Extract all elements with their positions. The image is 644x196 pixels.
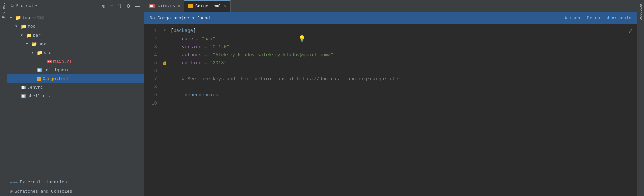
folder-icon-bax: 📁 (31, 41, 37, 47)
collapse-arrow-tmp: ▼ (10, 16, 15, 20)
bracket-close-1: ] (193, 27, 196, 35)
tree-path-tmp: ~/tmp (32, 15, 44, 20)
do-not-show-action[interactable]: Do not show again (587, 16, 631, 21)
collapse-arrow-src: ▼ (31, 51, 37, 55)
external-libraries-item[interactable]: ≡≡≡ External Libraries (7, 177, 144, 187)
rs-tab-icon: RS (149, 4, 155, 8)
project-dropdown[interactable]: 🗂 Project ▼ (10, 3, 37, 8)
gutter-4 (161, 51, 168, 59)
right-panel[interactable]: Database (637, 0, 644, 196)
toml-badge-cargo: 🔧 (37, 77, 41, 81)
tree-label-gitignore: .gitignore (43, 68, 70, 73)
key-name: name (182, 35, 193, 43)
sort-button[interactable]: ⇅ (116, 3, 123, 9)
tree-label-bar: bar (33, 33, 41, 38)
tree-item-bar[interactable]: ▼ 📁 bar (7, 31, 144, 40)
tree-item-foo[interactable]: ▼ 📁 foo (7, 22, 144, 31)
gutter-9 (161, 91, 168, 99)
code-line-6 (168, 67, 637, 75)
indent-5 (171, 59, 182, 67)
tree-item-gitignore[interactable]: ▶ 📄 .gitignore (7, 66, 144, 74)
tab-main-rs-label: main.rs (157, 3, 175, 8)
code-line-9: [dependencies] (168, 91, 637, 99)
code-line-8 (168, 83, 637, 91)
sidebar: 🗂 Project ▼ ⊕ ≡ ⇅ ⚙ — ▼ 📁 tmp ~/tmp ▼ 📁 … (7, 0, 144, 196)
folder-icon-src: 📁 (37, 50, 42, 56)
database-label: Database (638, 0, 644, 23)
code-line-4: authors = ["Aleksey Kladov <aleksey.klad… (168, 51, 637, 59)
file-badge-envrc: 📄 (21, 86, 26, 89)
tab-main-rs-close[interactable]: ✕ (177, 3, 181, 8)
tree-item-shell-nix[interactable]: ▶ 📄 shell.nix (7, 92, 144, 101)
tree-item-bax[interactable]: ▼ 📁 bax (7, 40, 144, 48)
eq-4: = (201, 51, 210, 59)
project-tab[interactable]: Project (0, 0, 7, 196)
editor-area: 1 2 3 4 5 6 7 8 9 10 ▼ 🔒 [package (144, 24, 637, 196)
tree-label-shell-nix: shell.nix (27, 94, 51, 99)
dropdown-arrow-icon: ▼ (35, 4, 37, 8)
tree-item-src[interactable]: ▼ 📁 src (7, 48, 144, 57)
folder-icon-bar: 📁 (26, 32, 32, 38)
folder-icon-tmp: 📁 (15, 15, 21, 21)
fold-icon-1[interactable]: ▼ (161, 27, 168, 35)
key-version: version (182, 43, 202, 51)
collapse-arrow-bar: ▼ (21, 34, 26, 37)
gutter-3 (161, 43, 168, 51)
tab-cargo-toml-close[interactable]: ✕ (223, 4, 227, 9)
add-button[interactable]: ⊕ (100, 3, 107, 9)
code-line-10 (168, 99, 637, 107)
main-area: RS main.rs ✕ 🔧 Cargo.toml ✕ No Cargo pro… (144, 0, 637, 196)
link-7[interactable]: https://doc.rust-lang.org/cargo/refer (297, 75, 401, 83)
indent-2 (171, 35, 182, 43)
bracket-open-9: [ (182, 91, 185, 99)
code-line-3: version = "0.1.0" (168, 43, 637, 51)
comment-7: # See more keys and their definitions at (182, 75, 297, 83)
file-badge-gitignore: 📄 (37, 68, 42, 72)
section-package: package (173, 27, 193, 35)
tree-item-main-rs[interactable]: ▶ RS main.rs (7, 57, 144, 66)
indent-4 (171, 51, 182, 59)
editor-gutter: ▼ 🔒 (161, 24, 168, 196)
project-tab-label: Project (1, 0, 7, 21)
check-icon: ✓ (628, 27, 633, 36)
tabs-bar: RS main.rs ✕ 🔧 Cargo.toml ✕ (144, 0, 637, 12)
tree-label-foo: foo (28, 24, 35, 29)
code-line-2: name = "bax" (168, 35, 637, 43)
line-numbers: 1 2 3 4 5 6 7 8 9 10 (144, 24, 161, 196)
val-name: "bax" (201, 35, 215, 43)
eq-5: = (201, 59, 210, 67)
project-label: Project (16, 3, 34, 8)
toml-tab-icon: 🔧 (188, 4, 193, 8)
collapse-arrow-foo: ▼ (15, 25, 21, 28)
external-libraries-label: External Libraries (20, 180, 67, 185)
val-version: "0.1.0" (210, 43, 230, 51)
lock-icon-5: 🔒 (161, 59, 168, 67)
tree-item-tmp[interactable]: ▼ 📁 tmp ~/tmp (7, 13, 144, 22)
indent-7 (171, 75, 182, 83)
attach-action[interactable]: Attach (565, 16, 580, 21)
notification-text: No Cargo projects found (150, 16, 558, 21)
eq-3: = (201, 43, 210, 51)
folder-icon: 🗂 (10, 3, 14, 8)
folder-icon-foo: 📁 (21, 24, 26, 29)
file-tree: ▼ 📁 tmp ~/tmp ▼ 📁 foo ▼ 📁 bar ▼ 📁 bax (7, 12, 144, 177)
section-deps: dependencies (185, 91, 218, 99)
tab-main-rs[interactable]: RS main.rs ✕ (146, 0, 184, 12)
minimize-button[interactable]: — (134, 3, 141, 9)
align-button[interactable]: ≡ (109, 3, 114, 9)
settings-button[interactable]: ⚙ (125, 3, 132, 9)
val-authors: ["Aleksey Kladov <aleksey.kladov@gmail.c… (210, 51, 336, 59)
tree-label-src: src (44, 50, 51, 55)
sidebar-toolbar: 🗂 Project ▼ ⊕ ≡ ⇅ ⚙ — (7, 0, 144, 12)
bracket-open-1: [ (171, 27, 173, 35)
editor-content[interactable]: [package] name = "bax" version = "0.1.0"… (168, 24, 637, 196)
bracket-close-9: ] (218, 91, 221, 99)
gutter-6 (161, 67, 168, 75)
gutter-7 (161, 75, 168, 83)
scratches-consoles-item[interactable]: ◉ Scratches and Consoles (7, 187, 144, 196)
rs-badge-main: RS (47, 60, 52, 63)
tab-cargo-toml[interactable]: 🔧 Cargo.toml ✕ (184, 0, 231, 12)
tree-item-envrc[interactable]: ▶ 📄 .envrc (7, 83, 144, 92)
tree-item-cargo-toml[interactable]: ▶ 🔧 Cargo.toml (7, 74, 144, 83)
val-edition: "2018" (210, 59, 227, 67)
